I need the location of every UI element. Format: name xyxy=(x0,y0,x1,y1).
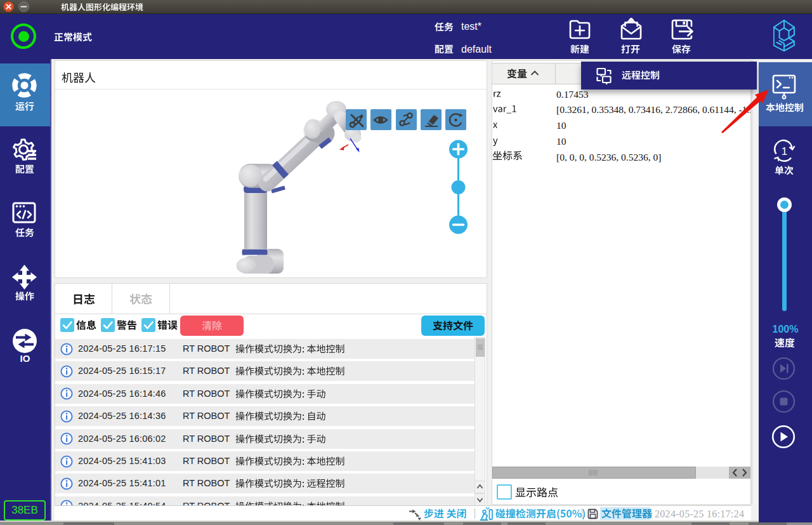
svg-text:1: 1 xyxy=(782,145,787,157)
